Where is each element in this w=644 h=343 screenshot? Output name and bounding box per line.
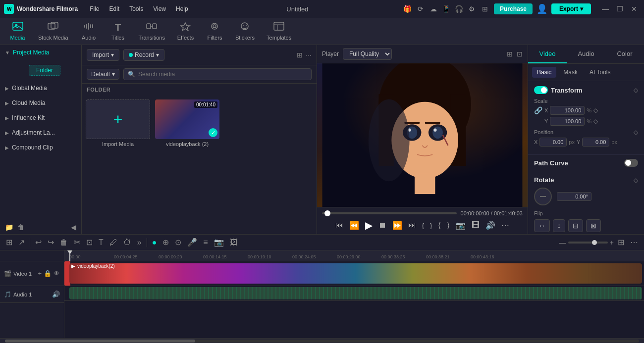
share-icon[interactable]: ⟳ <box>416 5 426 13</box>
tl-more-tools[interactable]: » <box>135 237 144 248</box>
subtab-basic[interactable]: Basic <box>532 67 556 78</box>
toolbar-stickers[interactable]: Stickers <box>230 20 260 43</box>
sidebar-item-global-media[interactable]: ▶ Global Media <box>0 81 81 96</box>
playhead[interactable] <box>69 250 70 261</box>
scale-y-input[interactable] <box>550 117 585 126</box>
toolbar-templates[interactable]: Templates <box>262 20 296 43</box>
more-options-icon[interactable]: ··· <box>306 51 312 59</box>
tl-text-button[interactable]: T <box>97 237 106 248</box>
export-frame-button[interactable]: 📷 <box>456 221 466 230</box>
zoom-slider[interactable] <box>568 242 608 244</box>
filter-settings-icon[interactable]: ⊞ <box>297 51 303 59</box>
scale-x-input[interactable] <box>550 106 585 115</box>
maximize-button[interactable]: ❐ <box>614 4 626 14</box>
record-button[interactable]: Record ▾ <box>123 49 164 61</box>
audio-clip[interactable] <box>69 287 642 299</box>
flip-vertical-button[interactable]: ↕ <box>553 219 565 232</box>
tl-cut-button[interactable]: ✂ <box>72 237 82 248</box>
tl-camera-button[interactable]: 📷 <box>212 237 226 248</box>
tab-video[interactable]: Video <box>528 45 567 63</box>
menu-view[interactable]: View <box>149 4 170 13</box>
grid-icon[interactable]: ⊞ <box>480 5 490 13</box>
tl-layout-button[interactable]: ⊞ <box>616 237 626 248</box>
mark-out-button[interactable]: } <box>430 222 432 229</box>
headphones-icon[interactable]: 🎧 <box>454 5 464 13</box>
stop-button[interactable]: ⏹ <box>378 221 386 230</box>
tl-sticker-button[interactable]: 🖼 <box>228 237 240 248</box>
position-keyframe[interactable]: ◇ <box>634 129 638 136</box>
track-eye-icon[interactable]: 👁 <box>54 270 60 277</box>
mark-in-button[interactable]: { <box>422 222 424 229</box>
prev-frame-button[interactable]: ⏪ <box>349 221 359 230</box>
default-select[interactable]: Default ▾ <box>87 69 119 80</box>
tl-select-button[interactable]: ↗ <box>16 237 27 248</box>
quality-select[interactable]: Full Quality 1/2 Quality 1/4 Quality <box>343 48 392 60</box>
prev-clip-button[interactable]: ⟨ <box>438 221 441 230</box>
tl-group-button[interactable]: ⊞ <box>4 237 14 248</box>
rotate-dial[interactable] <box>534 188 552 205</box>
add-folder-icon[interactable]: 📁 <box>5 223 13 231</box>
zoom-in-icon[interactable]: + <box>610 239 614 246</box>
export-button[interactable]: Export ▾ <box>551 3 591 14</box>
tl-crop-button[interactable]: ⊡ <box>84 237 95 248</box>
toolbar-filters[interactable]: Filters <box>201 20 228 43</box>
scrollbar-track[interactable] <box>5 340 639 343</box>
tl-redo-button[interactable]: ↪ <box>46 237 56 248</box>
zoom-out-icon[interactable]: — <box>559 239 566 246</box>
minimize-button[interactable]: — <box>599 4 612 14</box>
position-x-input[interactable] <box>539 138 567 147</box>
grid-view-icon[interactable]: ⊞ <box>507 50 513 58</box>
path-curve-toggle[interactable] <box>624 159 638 167</box>
next-frame-button[interactable]: ⏩ <box>392 221 402 230</box>
import-media-item[interactable]: + Import Media <box>86 99 150 230</box>
tl-clip-button[interactable]: ⊙ <box>173 237 183 248</box>
tl-timer-button[interactable]: ⏱ <box>121 237 133 248</box>
track-settings-icon[interactable]: 🔒 <box>44 270 52 277</box>
flip-h-mirror-button[interactable]: ⊟ <box>568 219 583 232</box>
audio-add-icon[interactable]: 🔊 <box>52 291 60 298</box>
toolbar-stock-media[interactable]: Stock Media <box>33 20 73 43</box>
search-box[interactable]: 🔍 <box>123 68 312 80</box>
toolbar-media[interactable]: Media <box>4 20 31 43</box>
toolbar-transitions[interactable]: Transitions <box>134 20 170 43</box>
import-media-thumb[interactable]: + <box>86 99 150 139</box>
tab-color[interactable]: Color <box>605 45 644 63</box>
menu-edit[interactable]: Edit <box>105 4 123 13</box>
fullscreen-icon[interactable]: ⊡ <box>517 50 523 58</box>
more-button[interactable]: ⋯ <box>501 221 509 230</box>
play-button[interactable]: ▶ <box>365 219 373 231</box>
toolbar-titles[interactable]: T Titles <box>105 20 132 43</box>
sidebar-item-influence-kit[interactable]: ▶ Influence Kit <box>0 110 81 125</box>
toolbar-effects[interactable]: Effects <box>172 20 199 43</box>
import-button[interactable]: Import ▾ <box>87 49 119 61</box>
zoom-slider-thumb[interactable] <box>592 240 597 245</box>
search-input[interactable] <box>138 71 307 78</box>
subtab-mask[interactable]: Mask <box>558 67 583 78</box>
audio-button[interactable]: 🔊 <box>485 221 495 230</box>
tl-subtitles-button[interactable]: ≡ <box>201 237 210 248</box>
phone-icon[interactable]: 📱 <box>441 5 451 13</box>
tl-paint-button[interactable]: 🖊 <box>107 237 119 248</box>
sidebar-item-project-media[interactable]: ▼ Project Media <box>0 45 81 60</box>
transform-keyframe-icon[interactable]: ◇ <box>634 87 638 94</box>
tl-delete-button[interactable]: 🗑 <box>58 237 70 248</box>
rotate-keyframe[interactable]: ◇ <box>634 177 638 184</box>
next-clip-button[interactable]: ⟩ <box>447 221 450 230</box>
tl-snap-button[interactable]: ⊕ <box>161 237 171 248</box>
close-button[interactable]: ✕ <box>628 4 640 14</box>
scale-y-keyframe[interactable]: ◇ <box>593 118 598 125</box>
tl-more-button[interactable]: ⋯ <box>628 237 640 248</box>
toolbar-audio[interactable]: Audio <box>75 20 103 43</box>
cloud-icon[interactable]: ☁ <box>429 5 438 13</box>
go-to-end-button[interactable]: ⏭ <box>408 221 416 230</box>
folder-button[interactable]: Folder <box>29 65 60 76</box>
flip-v-mirror-button[interactable]: ⊠ <box>586 219 601 232</box>
sidebar-item-compound-clip[interactable]: ▶ Compound Clip <box>0 140 81 155</box>
delete-icon[interactable]: 🗑 <box>17 223 24 231</box>
video-thumb[interactable]: 00:01:40 ✓ <box>155 99 219 139</box>
menu-tools[interactable]: Tools <box>125 4 147 13</box>
tl-undo-button[interactable]: ↩ <box>33 237 44 248</box>
purchase-button[interactable]: Purchase <box>494 3 533 14</box>
sidebar-item-adjustment[interactable]: ▶ Adjustment La... <box>0 125 81 140</box>
gift-icon[interactable]: 🎁 <box>403 5 413 13</box>
